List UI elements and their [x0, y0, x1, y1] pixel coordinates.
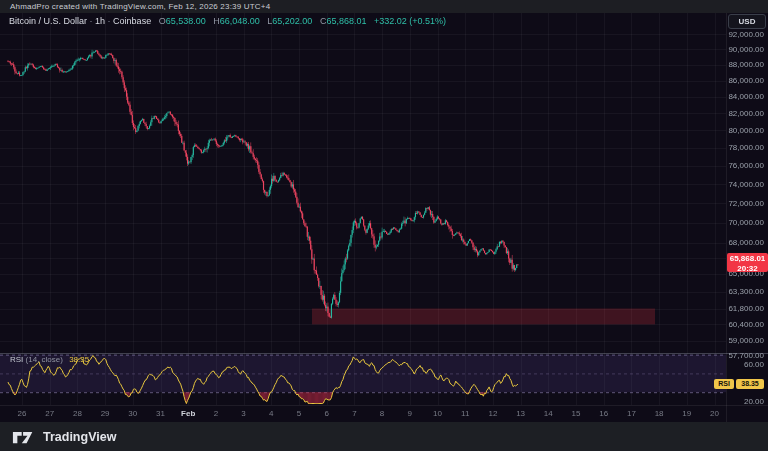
attribution-bar: AhmadPro created with TradingView.com, F… [0, 0, 768, 13]
time-axis-label: 15 [564, 409, 588, 418]
price-axis-label: 82,000.00 [728, 109, 764, 118]
footer-bar: TradingView [0, 422, 768, 451]
rsi-value: 38.35 [69, 355, 89, 364]
price-change: +332.02 (+0.51%) [374, 16, 446, 26]
ohlc-open-value: 65,538.00 [166, 16, 206, 26]
bar-countdown: 20:32 [727, 264, 768, 274]
ohlc-low-value: 65,202.00 [272, 16, 312, 26]
time-axis-label: 16 [592, 409, 616, 418]
symbol-legend[interactable]: Bitcoin / U.S. Dollar · 1h · Coinbase O6… [9, 16, 446, 26]
price-axis-label: 88,000.00 [728, 60, 764, 69]
time-axis-label: 6 [315, 409, 339, 418]
time-axis-label: 11 [453, 409, 477, 418]
time-axis-label: 12 [481, 409, 505, 418]
time-axis-label: 29 [93, 409, 117, 418]
time-axis-label: 30 [121, 409, 145, 418]
ohlc-close-value: 65,868.01 [326, 16, 366, 26]
rsi-legend[interactable]: RSI (14, close) 38.35 [10, 355, 89, 364]
last-price-badge: 65,868.01 20:32 [727, 253, 768, 272]
tradingview-logo-icon[interactable] [12, 429, 36, 444]
price-axis-label: 86,000.00 [728, 76, 764, 85]
time-axis-label: 4 [259, 409, 283, 418]
price-axis-label: 70,000.00 [728, 218, 764, 227]
time-axis-label: 14 [536, 409, 560, 418]
price-axis-label: 61,800.00 [728, 304, 764, 313]
time-axis-label: 17 [619, 409, 643, 418]
currency-toggle-button[interactable]: USD [728, 14, 766, 29]
time-axis-label: 3 [232, 409, 256, 418]
price-axis-label: 60,400.00 [728, 320, 764, 329]
price-axis-label: 72,000.00 [728, 199, 764, 208]
price-chart-canvas[interactable] [0, 0, 768, 451]
rsi-title: RSI [10, 355, 23, 364]
symbol-name: Bitcoin / U.S. Dollar [9, 16, 87, 26]
rsi-axis-badge-value: 38.35 [736, 379, 764, 389]
footer-brand-text[interactable]: TradingView [43, 430, 116, 444]
time-axis-label: 8 [370, 409, 394, 418]
time-axis-label: 27 [38, 409, 62, 418]
ohlc-open-key: O [159, 16, 166, 26]
time-axis-label: 26 [10, 409, 34, 418]
interval-label: 1h [95, 16, 105, 26]
price-axis-label: 76,000.00 [728, 161, 764, 170]
time-axis-label: 18 [647, 409, 671, 418]
price-axis-label: 68,000.00 [728, 238, 764, 247]
time-axis-label: Feb [176, 409, 200, 418]
rsi-axis-label: 60.00 [728, 360, 764, 369]
price-axis-label: 59,000.00 [728, 336, 764, 345]
price-axis-label: 74,000.00 [728, 180, 764, 189]
price-axis-label: 78,000.00 [728, 143, 764, 152]
time-axis-label: 7 [342, 409, 366, 418]
time-axis-label: 28 [65, 409, 89, 418]
time-axis-label: 19 [675, 409, 699, 418]
rsi-axis-badge-name: RSI [714, 379, 734, 389]
price-axis-label: 90,000.00 [728, 45, 764, 54]
time-axis-label: 9 [398, 409, 422, 418]
time-axis-label: 13 [509, 409, 533, 418]
price-axis-label: 92,000.00 [728, 30, 764, 39]
price-axis-label: 63,300.00 [728, 287, 764, 296]
tradingview-chart-window: AhmadPro created with TradingView.com, F… [0, 0, 768, 451]
attribution-text: AhmadPro created with TradingView.com, F… [10, 2, 270, 11]
price-axis-label: 84,000.00 [728, 92, 764, 101]
time-axis-label: 2 [204, 409, 228, 418]
time-axis-label: 20 [703, 409, 727, 418]
last-price-value: 65,868.01 [727, 254, 768, 264]
ohlc-high-value: 66,048.00 [220, 16, 260, 26]
time-axis-label: 10 [426, 409, 450, 418]
time-axis-label: 31 [149, 409, 173, 418]
time-axis-label: 5 [287, 409, 311, 418]
exchange-label: Coinbase [113, 16, 151, 26]
rsi-axis-label: 20.00 [728, 397, 764, 406]
price-axis-label: 80,000.00 [728, 126, 764, 135]
